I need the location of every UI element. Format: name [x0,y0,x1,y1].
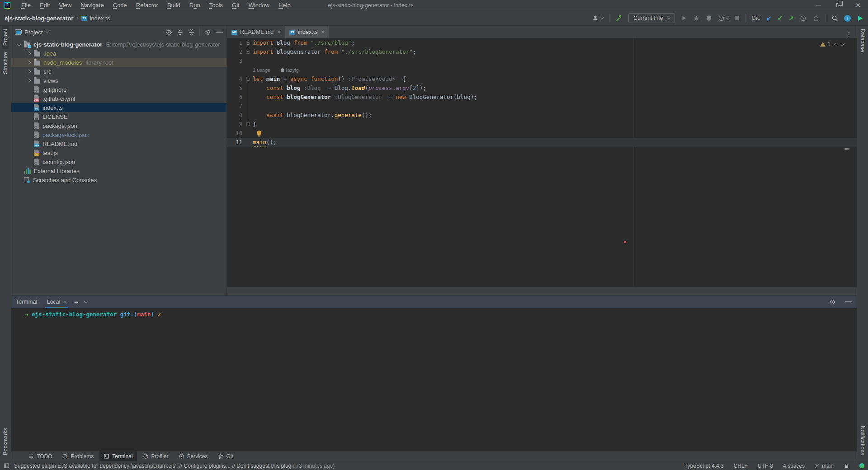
tree-item-tsconfig-json[interactable]: tsconfig.json [11,157,226,166]
status-message[interactable]: Suggested plugin EJS available for depen… [14,463,335,469]
tree-item--gitignore[interactable]: .gitignore [11,85,226,94]
close-icon[interactable]: × [321,29,324,35]
code-line[interactable]: 10 [227,129,857,138]
fold-icon[interactable] [246,77,250,81]
code-line[interactable]: 7 [227,102,857,111]
menu-item-edit[interactable]: Edit [35,0,54,10]
run-configuration-select[interactable]: Current File [628,13,675,23]
stripe-tab-structure[interactable]: Structure [2,49,9,77]
chevron-down-icon[interactable] [84,299,88,303]
intention-bulb-icon[interactable] [257,131,261,135]
code-line[interactable]: 8 await blogGenerator.generate(); [227,111,857,120]
stripe-tab-database[interactable]: Database [859,26,866,55]
chevron-right-icon[interactable] [27,52,31,55]
minimize-button[interactable] [808,0,828,10]
code-line[interactable]: 1import Blog from "./src/blog"; [227,38,857,47]
tree-item-ejs-static-blog-generator[interactable]: ejs-static-blog-generatorE:\tempProject\… [11,40,226,49]
gear-icon[interactable] [204,29,211,36]
maximize-button[interactable] [828,0,848,10]
tree-item-external-libraries[interactable]: External Libraries [11,166,226,175]
tool-window-button-profiler[interactable]: Profiler [139,451,173,461]
search-everywhere-icon[interactable] [831,15,838,22]
layout-icon[interactable] [4,463,9,469]
ide-services-icon[interactable] [859,463,864,468]
lock-icon[interactable] [844,463,849,469]
menu-item-refactor[interactable]: Refactor [132,0,163,10]
chevron-down-icon[interactable] [17,42,21,46]
code-line[interactable]: 6 const blogGenerator :BlogGenerator = n… [227,93,857,102]
menu-item-help[interactable]: Help [274,0,295,10]
code-line[interactable]: 2import BlogGenerator from "./src/blogGe… [227,47,857,56]
tree-item-test-js[interactable]: JStest.js [11,148,226,157]
debug-button[interactable] [693,15,700,22]
menu-item-build[interactable]: Build [163,0,185,10]
tree-item-package-json[interactable]: package.json [11,121,226,130]
code-line[interactable]: 1 usage lazyig [227,66,857,75]
tree-item-src[interactable]: src [11,67,226,76]
tree-item-readme-md[interactable]: MDREADME.md [11,139,226,148]
tree-item-views[interactable]: views [11,76,226,85]
menu-item-git[interactable]: Git [227,0,244,10]
tool-window-button-git[interactable]: Git [214,451,237,461]
run-button[interactable] [681,15,687,21]
menu-item-tools[interactable]: Tools [205,0,227,10]
ide-feature-icon[interactable] [857,15,863,22]
gear-icon[interactable] [829,299,836,306]
code-line[interactable]: 5 const blog :Blog = Blog.load(process.a… [227,84,857,93]
locate-file-icon[interactable] [165,29,172,36]
tree-item--gitlab-ci-yml[interactable]: YML.gitlab-ci.yml [11,94,226,103]
git-branch-widget[interactable]: main [815,463,834,469]
menu-item-view[interactable]: View [54,0,76,10]
fold-icon[interactable] [246,41,250,45]
code-line[interactable]: 4let main = async function() :Promise<vo… [227,75,857,84]
chevron-right-icon[interactable] [27,70,31,73]
rollback-icon[interactable] [812,15,819,22]
ide-update-icon[interactable]: ↑ [844,15,851,22]
git-commit-button[interactable]: ✓ [778,15,783,21]
tree-item-index-ts[interactable]: TSindex.ts [11,103,226,112]
expand-all-icon[interactable] [177,29,184,36]
code-line[interactable]: 3 [227,56,857,66]
git-update-button[interactable]: ↙ [766,15,772,21]
tool-window-button-terminal[interactable]: Terminal [99,451,137,461]
file-language[interactable]: TypeScript 4.4.3 [684,463,724,469]
breadcrumb-project[interactable]: ejs-static-blog-generator [5,15,73,22]
menu-item-run[interactable]: Run [185,0,205,10]
build-hammer-icon[interactable] [615,14,623,22]
tree-item-node-modules[interactable]: node_moduleslibrary root [11,58,226,67]
tool-window-button-problems[interactable]: Problems [58,451,98,461]
menu-item-code[interactable]: Code [108,0,132,10]
stripe-tab-project[interactable]: Project [2,26,9,49]
tree-item-license[interactable]: LICENSE [11,112,226,121]
line-ending[interactable]: CRLF [734,463,748,469]
hide-terminal-button[interactable]: — [845,298,852,306]
tree-item-package-lock-json[interactable]: package-lock.json [11,130,226,139]
menu-item-window[interactable]: Window [244,0,274,10]
editor-tab-index.ts[interactable]: TSindex.ts× [285,26,329,38]
chevron-right-icon[interactable] [27,79,31,82]
menu-item-file[interactable]: File [17,0,35,10]
profiler-button[interactable] [718,15,729,22]
fold-icon[interactable] [246,50,250,54]
breadcrumb-file[interactable]: index.ts [90,15,110,22]
terminal-output[interactable]: → ejs-static-blog-generator git:(main) ✗ [11,308,857,451]
stripe-tab-bookmarks[interactable]: Bookmarks [2,425,9,458]
code-with-me-button[interactable] [592,14,603,22]
stop-button[interactable] [735,16,739,20]
code-editor[interactable]: 1 1import Blog from "./src/blog";2import… [227,38,857,287]
chevron-down-icon[interactable] [46,29,49,33]
close-icon[interactable]: × [63,299,66,305]
indent-setting[interactable]: 4 spaces [783,463,805,469]
file-encoding[interactable]: UTF-8 [758,463,773,469]
code-line[interactable]: 11main(); [227,138,857,147]
chevron-right-icon[interactable] [27,61,31,64]
close-button[interactable]: ✕ [848,0,868,10]
tool-window-button-todo[interactable]: TODO [24,451,56,461]
git-push-button[interactable]: ↗ [788,15,794,21]
editor-tab-readme.md[interactable]: MDREADME.md× [227,26,285,38]
code-line[interactable]: 9} [227,120,857,129]
stripe-tab-notifications[interactable]: Notifications [859,423,866,458]
tab-options-icon[interactable]: ⋮ [841,31,857,38]
close-icon[interactable]: × [277,29,280,35]
history-clock-icon[interactable] [800,15,807,22]
